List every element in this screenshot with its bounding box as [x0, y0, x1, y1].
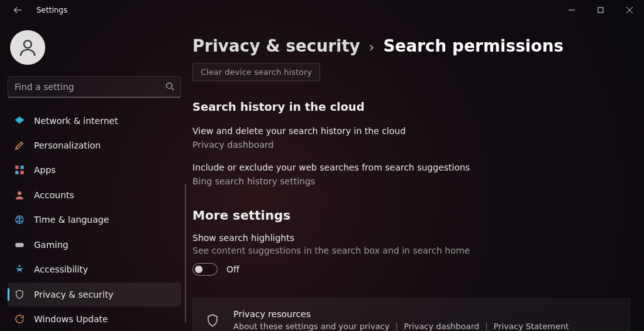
chevron-right-icon: ›: [369, 39, 375, 55]
shield-icon: [204, 312, 221, 328]
sidebar-item-privacy-security[interactable]: Privacy & security: [8, 283, 181, 306]
privacy-resources-card: Privacy resources About these settings a…: [192, 298, 630, 331]
sidebar-item-label: Gaming: [34, 240, 69, 250]
sidebar-item-label: Privacy & security: [34, 289, 113, 300]
sidebar: Network & internet Personalization Apps …: [0, 20, 189, 331]
svg-point-10: [18, 265, 21, 267]
section-heading-cloud: Search history in the cloud: [192, 100, 630, 113]
sidebar-item-label: Time & language: [34, 215, 109, 225]
about-settings-link[interactable]: About these settings and your privacy: [233, 322, 389, 331]
svg-rect-9: [15, 243, 24, 247]
maximize-button[interactable]: [586, 0, 615, 20]
sidebar-item-windows-update[interactable]: Windows Update: [8, 308, 181, 331]
privacy-resources-links: About these settings and your privacy | …: [233, 322, 569, 331]
gamepad-icon: [14, 239, 25, 250]
sidebar-item-apps[interactable]: Apps: [8, 159, 181, 182]
accessibility-icon: [14, 264, 25, 275]
search-highlights-label: Show search highlights: [192, 233, 630, 243]
clear-device-history-button[interactable]: Clear device search history: [192, 63, 320, 81]
search-icon: [165, 81, 174, 93]
svg-point-7: [18, 191, 21, 195]
sidebar-item-network[interactable]: Network & internet: [8, 109, 181, 132]
sidebar-item-label: Personalization: [34, 140, 101, 150]
page-title: Search permissions: [383, 36, 563, 55]
svg-rect-6: [21, 171, 24, 174]
sidebar-item-accessibility[interactable]: Accessibility: [8, 258, 181, 281]
breadcrumb-parent[interactable]: Privacy & security: [192, 36, 360, 55]
section-heading-more: More settings: [192, 208, 630, 223]
update-icon: [14, 313, 25, 325]
search-input[interactable]: [8, 76, 181, 98]
title-bar: Settings: [0, 0, 644, 20]
svg-point-1: [24, 40, 31, 48]
content-pane: Privacy & security › Search permissions …: [189, 20, 644, 331]
window-controls: [557, 0, 644, 20]
svg-rect-0: [598, 8, 603, 13]
wifi-icon: [14, 115, 25, 126]
sidebar-item-gaming[interactable]: Gaming: [8, 233, 181, 256]
avatar[interactable]: [10, 30, 45, 65]
close-button[interactable]: [615, 0, 644, 20]
search-field[interactable]: [14, 82, 165, 92]
privacy-statement-link[interactable]: Privacy Statement: [494, 322, 569, 331]
minimize-button[interactable]: [557, 0, 586, 20]
sidebar-item-label: Accessibility: [34, 264, 88, 274]
privacy-dashboard-link-2[interactable]: Privacy dashboard: [404, 322, 479, 331]
toggle-state-label: Off: [226, 264, 240, 274]
sidebar-item-label: Network & internet: [34, 116, 118, 126]
privacy-resources-title: Privacy resources: [233, 309, 569, 319]
sidebar-item-personalization[interactable]: Personalization: [8, 133, 181, 157]
sidebar-item-time-language[interactable]: Time & language: [8, 208, 181, 232]
sidebar-item-label: Accounts: [34, 190, 74, 200]
person-icon: [14, 189, 25, 201]
sidebar-item-label: Apps: [34, 165, 56, 175]
back-button[interactable]: [8, 0, 28, 20]
shield-icon: [14, 289, 25, 300]
svg-rect-5: [15, 171, 18, 174]
svg-rect-4: [21, 166, 24, 169]
sidebar-scrollbar[interactable]: [185, 20, 186, 331]
bing-history-settings-link[interactable]: Bing search history settings: [192, 176, 630, 186]
sidebar-nav: Network & internet Personalization Apps …: [8, 109, 181, 331]
search-highlights-toggle[interactable]: [192, 263, 218, 276]
svg-point-2: [167, 82, 172, 88]
include-exclude-label: Include or exclude your web searches fro…: [192, 162, 630, 172]
paintbrush-icon: [14, 140, 25, 151]
privacy-dashboard-link[interactable]: Privacy dashboard: [192, 140, 630, 150]
globe-icon: [14, 214, 25, 225]
svg-rect-3: [15, 166, 18, 169]
search-highlights-desc: See content suggestions in the search bo…: [192, 245, 630, 255]
app-title: Settings: [36, 6, 67, 14]
breadcrumb: Privacy & security › Search permissions: [192, 36, 630, 55]
apps-icon: [14, 164, 25, 176]
sidebar-item-label: Windows Update: [34, 314, 108, 324]
sidebar-item-accounts[interactable]: Accounts: [8, 183, 181, 206]
view-delete-cloud-label: View and delete your search history in t…: [192, 126, 630, 136]
